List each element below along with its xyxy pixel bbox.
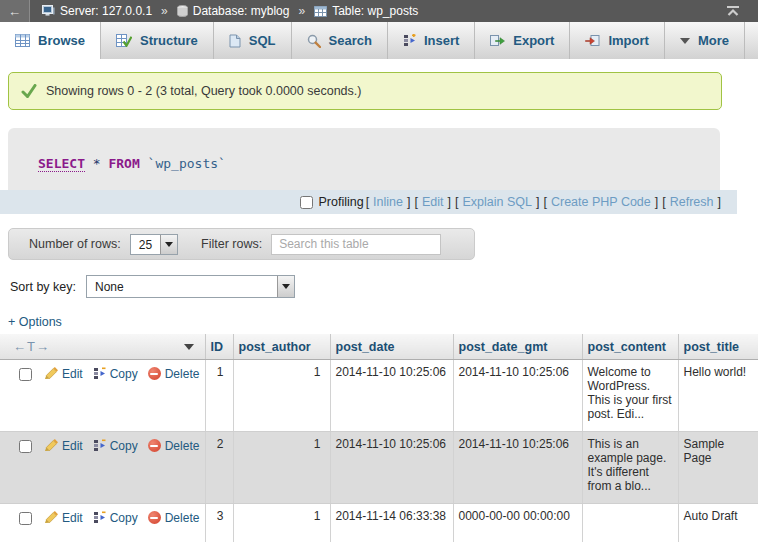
breadcrumb-server[interactable]: Server: 127.0.0.1 — [42, 4, 152, 18]
status-message: Showing rows 0 - 2 (3 total, Query took … — [8, 72, 722, 110]
breadcrumb-server-label: Server: 127.0.0.1 — [60, 4, 152, 18]
column-move-right-icon[interactable]: → — [36, 339, 50, 354]
options-toggle-link[interactable]: + Options — [8, 315, 758, 329]
row-actions-cell: Edit Copy Delete — [0, 504, 205, 542]
success-check-icon — [21, 84, 37, 98]
tab-export[interactable]: Export — [475, 22, 570, 59]
delete-icon — [148, 367, 161, 380]
delete-label: Delete — [165, 511, 200, 525]
table-row: Edit Copy Delete 3 1 2014-11-14 06:33:38… — [0, 504, 758, 542]
bracket: ] — [655, 195, 658, 209]
table-icon — [314, 6, 327, 17]
sort-indicator-icon[interactable] — [184, 344, 194, 350]
collapse-panel-icon[interactable] — [726, 5, 740, 17]
create-php-code-link[interactable]: Create PHP Code — [551, 195, 651, 209]
database-icon — [177, 5, 188, 17]
sort-by-key-value: None — [87, 276, 277, 297]
breadcrumb-bar: ← Server: 127.0.0.1 » Database: myblog »… — [0, 0, 758, 22]
number-of-rows-select[interactable]: 25 — [130, 234, 178, 255]
tab-export-label: Export — [513, 33, 554, 48]
refresh-link[interactable]: Refresh — [670, 195, 714, 209]
tab-browse[interactable]: Browse — [0, 22, 101, 59]
tab-import[interactable]: Import — [570, 22, 664, 59]
sort-by-key-select[interactable]: None — [86, 275, 295, 298]
server-icon — [42, 5, 55, 17]
sql-star: * — [93, 156, 101, 171]
column-header-id[interactable]: ID — [205, 334, 233, 360]
edit-label: Edit — [62, 439, 83, 453]
bracket: ] — [407, 195, 410, 209]
cell-post-title: Sample Page — [678, 432, 758, 504]
profiling-label: Profiling — [318, 195, 363, 209]
tab-more[interactable]: More — [665, 22, 745, 59]
row-checkbox[interactable] — [19, 512, 32, 525]
column-move-left-icon[interactable]: ← — [13, 339, 27, 354]
bracket: ] — [718, 195, 721, 209]
tab-browse-label: Browse — [38, 33, 85, 48]
copy-row-link[interactable]: Copy — [93, 367, 138, 381]
column-transpose-icon[interactable]: T — [27, 339, 36, 354]
filter-rows-input[interactable] — [271, 234, 441, 255]
delete-label: Delete — [165, 439, 200, 453]
copy-icon — [93, 367, 106, 380]
edit-row-link[interactable]: Edit — [44, 367, 83, 381]
cell-post-content: This is an example page. It's different … — [582, 432, 678, 504]
breadcrumb-separator: » — [298, 4, 305, 18]
bracket: ] — [448, 195, 451, 209]
number-of-rows-label: Number of rows: — [29, 237, 121, 251]
edit-row-link[interactable]: Edit — [44, 511, 83, 525]
table-row: Edit Copy Delete 1 1 2014-11-10 10:25:06… — [0, 360, 758, 432]
tab-insert[interactable]: Insert — [388, 22, 475, 59]
row-actions-cell: Edit Copy Delete — [0, 432, 205, 504]
row-checkbox[interactable] — [19, 440, 32, 453]
bracket: [ — [455, 195, 458, 209]
cell-post-date-gmt: 0000-00-00 00:00:00 — [453, 504, 582, 542]
breadcrumb-database[interactable]: Database: myblog — [177, 4, 290, 18]
profiling-checkbox[interactable] — [300, 196, 313, 209]
delete-row-link[interactable]: Delete — [148, 367, 200, 381]
delete-row-link[interactable]: Delete — [148, 511, 200, 525]
inline-link[interactable]: Inline — [373, 195, 403, 209]
explain-sql-link[interactable]: Explain SQL — [462, 195, 531, 209]
edit-row-link[interactable]: Edit — [44, 439, 83, 453]
cell-post-date-gmt: 2014-11-10 10:25:06 — [453, 360, 582, 432]
pencil-icon — [44, 367, 58, 380]
delete-label: Delete — [165, 367, 200, 381]
back-arrow-icon: ← — [8, 4, 21, 19]
bracket: [ — [414, 195, 417, 209]
column-header-post-author[interactable]: post_author — [233, 334, 330, 360]
copy-row-link[interactable]: Copy — [93, 511, 138, 525]
tab-search[interactable]: Search — [292, 22, 388, 59]
table-header-row: ←T→ ID post_author post_date post_date_g… — [0, 334, 758, 360]
cell-post-author: 1 — [233, 432, 330, 504]
column-header-post-title[interactable]: post_title — [678, 334, 758, 360]
copy-row-link[interactable]: Copy — [93, 439, 138, 453]
cell-post-date: 2014-11-10 10:25:06 — [330, 360, 453, 432]
column-header-post-date-gmt[interactable]: post_date_gmt — [453, 334, 582, 360]
breadcrumb-table-label: Table: wp_posts — [332, 4, 418, 18]
table-row: Edit Copy Delete 2 1 2014-11-10 10:25:06… — [0, 432, 758, 504]
back-button[interactable]: ← — [0, 0, 30, 22]
copy-icon — [93, 439, 106, 452]
copy-label: Copy — [110, 511, 138, 525]
tab-bar: Browse Structure SQL Search Insert Expor… — [0, 22, 758, 59]
sort-by-key-label: Sort by key: — [10, 280, 76, 294]
tab-structure[interactable]: Structure — [101, 22, 214, 59]
bracket: [ — [366, 195, 369, 209]
breadcrumb-table[interactable]: Table: wp_posts — [314, 4, 418, 18]
cell-post-date: 2014-11-14 06:33:38 — [330, 504, 453, 542]
edit-query-link[interactable]: Edit — [422, 195, 444, 209]
sql-query-box: SELECT * FROM `wp_posts` — [8, 128, 720, 190]
cell-id: 1 — [205, 360, 233, 432]
row-checkbox[interactable] — [19, 368, 32, 381]
sql-select-keyword: SELECT — [38, 156, 85, 172]
delete-row-link[interactable]: Delete — [148, 439, 200, 453]
search-icon — [307, 34, 321, 48]
import-icon — [585, 34, 600, 47]
cell-post-author: 1 — [233, 360, 330, 432]
column-header-post-content[interactable]: post_content — [582, 334, 678, 360]
browse-icon — [15, 34, 30, 47]
cell-post-author: 1 — [233, 504, 330, 542]
column-header-post-date[interactable]: post_date — [330, 334, 453, 360]
tab-sql[interactable]: SQL — [214, 22, 292, 59]
